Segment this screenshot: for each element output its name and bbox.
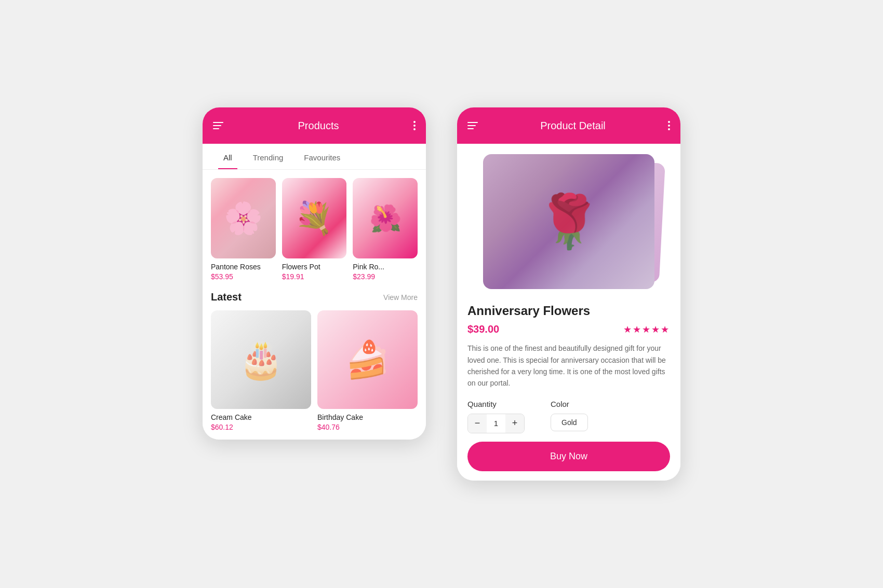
color-section: Color Gold xyxy=(551,400,588,433)
cream-cake-price: $60.12 xyxy=(211,423,311,431)
pantone-roses-image xyxy=(211,178,276,258)
tab-all[interactable]: All xyxy=(213,144,243,169)
tab-favourites[interactable]: Favourites xyxy=(293,144,351,169)
flowers-pot-price: $19.91 xyxy=(282,272,347,281)
detail-menu-icon[interactable] xyxy=(467,122,478,129)
screens-container: Products All Trending Favourites xyxy=(171,76,712,512)
detail-price: $39.00 xyxy=(467,323,499,335)
detail-price-row: $39.00 ★★★★★ xyxy=(467,323,670,335)
color-label: Color xyxy=(551,400,588,408)
pantone-roses-price: $53.95 xyxy=(211,272,276,281)
latest-section-header: Latest View More xyxy=(211,291,418,303)
pink-roses-name: Pink Ro... xyxy=(353,263,418,271)
pink-roses-image xyxy=(353,178,418,258)
detail-image-main xyxy=(483,154,654,289)
buy-now-button[interactable]: Buy Now xyxy=(467,442,670,471)
featured-products-row: Pantone Roses $53.95 Flowers Pot $19.91 xyxy=(211,178,418,281)
pantone-roses-name: Pantone Roses xyxy=(211,263,276,271)
cream-cake-image xyxy=(211,310,311,409)
color-selector[interactable]: Gold xyxy=(551,414,588,431)
latest-section-title: Latest xyxy=(211,291,242,303)
detail-header: Product Detail xyxy=(457,107,680,144)
product-card-birthday-cake[interactable]: Birthday Cake $40.76 xyxy=(317,310,418,431)
detail-text-content: Anniversary Flowers $39.00 ★★★★★ This is… xyxy=(457,294,680,481)
quantity-control: − 1 + xyxy=(467,414,525,433)
products-header: Products xyxy=(203,107,426,144)
birthday-cake-name: Birthday Cake xyxy=(317,413,418,421)
detail-content: Anniversary Flowers $39.00 ★★★★★ This is… xyxy=(457,144,680,481)
product-card-cream-cake[interactable]: Cream Cake $60.12 xyxy=(211,310,311,431)
detail-description: This is one of the finest and beautifull… xyxy=(467,343,670,389)
detail-stars: ★★★★★ xyxy=(623,324,670,335)
quantity-section: Quantity − 1 + xyxy=(467,400,525,433)
detail-title: Product Detail xyxy=(540,120,606,132)
product-card-flowers-pot[interactable]: Flowers Pot $19.91 xyxy=(282,178,347,281)
detail-product-name: Anniversary Flowers xyxy=(467,304,670,318)
options-row: Quantity − 1 + Color Gold xyxy=(467,400,670,433)
flowers-pot-name: Flowers Pot xyxy=(282,263,347,271)
pink-roses-price: $23.99 xyxy=(353,272,418,281)
tab-trending[interactable]: Trending xyxy=(243,144,294,169)
quantity-increase-button[interactable]: + xyxy=(505,414,524,433)
detail-more-icon[interactable] xyxy=(668,121,670,130)
flowers-pot-image xyxy=(282,178,347,258)
quantity-value: 1 xyxy=(487,419,505,428)
cream-cake-name: Cream Cake xyxy=(211,413,311,421)
more-options-icon[interactable] xyxy=(413,121,416,130)
product-card-pink-roses[interactable]: Pink Ro... $23.99 xyxy=(353,178,418,281)
product-card-pantone-roses[interactable]: Pantone Roses $53.95 xyxy=(211,178,276,281)
products-title: Products xyxy=(298,120,339,132)
product-detail-screen: Product Detail Anniversary Flowers $39.0… xyxy=(457,107,680,481)
quantity-decrease-button[interactable]: − xyxy=(468,414,487,433)
birthday-cake-image xyxy=(317,310,418,409)
view-more-button[interactable]: View More xyxy=(383,293,418,302)
products-content: Pantone Roses $53.95 Flowers Pot $19.91 xyxy=(203,170,426,440)
quantity-label: Quantity xyxy=(467,400,525,408)
products-screen: Products All Trending Favourites xyxy=(203,107,426,440)
menu-icon[interactable] xyxy=(213,122,223,129)
birthday-cake-price: $40.76 xyxy=(317,423,418,431)
detail-images xyxy=(457,144,680,294)
latest-products-row: Cream Cake $60.12 Birthday Cake $40.76 xyxy=(211,310,418,431)
tabs-bar: All Trending Favourites xyxy=(203,144,426,170)
